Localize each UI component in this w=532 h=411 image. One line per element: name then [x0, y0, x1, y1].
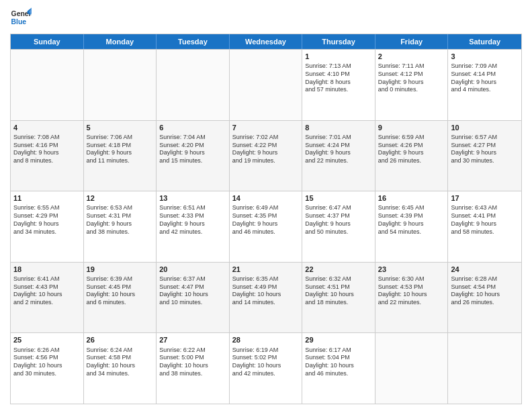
day-info: Sunset: 4:37 PM	[305, 212, 372, 220]
day-info: Sunset: 4:16 PM	[13, 142, 81, 150]
calendar-row-1: 4Sunrise: 7:08 AMSunset: 4:16 PMDaylight…	[11, 120, 521, 191]
day-number: 13	[159, 193, 226, 203]
day-info: Sunset: 4:54 PM	[451, 283, 519, 291]
day-number: 5	[87, 123, 154, 132]
svg-text:Blue: Blue	[11, 18, 27, 26]
day-info: Daylight: 9 hours	[159, 220, 226, 228]
weekday-header-tuesday: Tuesday	[157, 34, 230, 49]
weekday-header-thursday: Thursday	[302, 34, 375, 49]
calendar-cell: 9Sunrise: 6:59 AMSunset: 4:26 PMDaylight…	[375, 121, 449, 191]
day-info: Sunrise: 6:28 AM	[451, 275, 519, 283]
day-info: Sunrise: 7:11 AM	[378, 62, 445, 71]
calendar-cell: 18Sunrise: 6:41 AMSunset: 4:43 PMDayligh…	[11, 263, 84, 333]
day-info: and 6 minutes.	[87, 299, 154, 307]
calendar-cell: 5Sunrise: 7:06 AMSunset: 4:18 PMDaylight…	[84, 121, 157, 191]
logo-icon: General Blue	[10, 7, 32, 28]
day-info: Sunrise: 6:49 AM	[232, 204, 300, 212]
day-info: and 38 minutes.	[87, 228, 154, 236]
day-info: Sunrise: 6:45 AM	[378, 204, 445, 212]
calendar-cell: 2Sunrise: 7:11 AMSunset: 4:12 PMDaylight…	[375, 50, 449, 120]
calendar-cell: 8Sunrise: 7:01 AMSunset: 4:24 PMDaylight…	[302, 121, 375, 191]
day-info: Sunrise: 6:17 AM	[305, 347, 372, 355]
day-info: and 22 minutes.	[378, 299, 445, 307]
calendar-cell	[230, 50, 303, 120]
day-info: and 8 minutes.	[13, 157, 81, 165]
day-number: 1	[305, 52, 372, 61]
day-info: and 50 minutes.	[305, 228, 372, 236]
day-info: Daylight: 10 hours	[451, 291, 519, 299]
day-info: Sunrise: 6:51 AM	[159, 204, 226, 212]
day-info: Sunrise: 7:08 AM	[13, 134, 81, 142]
day-info: Daylight: 9 hours	[378, 79, 445, 87]
day-number: 25	[13, 335, 81, 345]
day-info: Sunset: 4:51 PM	[305, 283, 372, 291]
calendar-body: 1Sunrise: 7:13 AMSunset: 4:10 PMDaylight…	[11, 49, 521, 404]
calendar-cell: 23Sunrise: 6:30 AMSunset: 4:53 PMDayligh…	[375, 263, 449, 333]
calendar-cell: 16Sunrise: 6:45 AMSunset: 4:39 PMDayligh…	[375, 191, 449, 262]
calendar-row-4: 25Sunrise: 6:26 AMSunset: 4:56 PMDayligh…	[11, 332, 521, 404]
day-number: 29	[305, 335, 372, 345]
day-info: and 42 minutes.	[232, 370, 300, 378]
day-info: Daylight: 10 hours	[305, 362, 372, 370]
day-info: Sunset: 4:10 PM	[305, 71, 372, 79]
day-info: Sunset: 4:14 PM	[451, 71, 519, 79]
day-info: and 54 minutes.	[378, 228, 445, 236]
day-number: 3	[451, 52, 519, 61]
day-number: 19	[87, 265, 154, 274]
calendar-cell: 17Sunrise: 6:43 AMSunset: 4:41 PMDayligh…	[448, 191, 521, 262]
day-info: Sunset: 4:39 PM	[378, 212, 445, 220]
day-info: and 30 minutes.	[451, 157, 519, 165]
day-info: Sunrise: 6:57 AM	[451, 134, 519, 142]
calendar-cell: 13Sunrise: 6:51 AMSunset: 4:33 PMDayligh…	[157, 191, 230, 262]
day-info: Daylight: 9 hours	[378, 220, 445, 228]
day-info: Sunrise: 7:04 AM	[159, 134, 226, 142]
calendar-cell: 12Sunrise: 6:53 AMSunset: 4:31 PMDayligh…	[84, 191, 157, 262]
day-info: Daylight: 9 hours	[232, 149, 300, 157]
day-info: and 10 minutes.	[159, 299, 226, 307]
day-info: Sunrise: 6:22 AM	[159, 347, 226, 355]
day-number: 16	[378, 193, 445, 203]
day-info: Sunrise: 6:39 AM	[87, 275, 154, 283]
day-number: 7	[232, 123, 300, 132]
calendar-cell	[448, 333, 521, 404]
day-info: Daylight: 10 hours	[87, 291, 154, 299]
day-info: Sunrise: 6:43 AM	[451, 204, 519, 212]
day-info: and 15 minutes.	[159, 157, 226, 165]
day-info: Sunrise: 6:24 AM	[87, 347, 154, 355]
day-number: 8	[305, 123, 372, 132]
calendar-row-2: 11Sunrise: 6:55 AMSunset: 4:29 PMDayligh…	[11, 191, 521, 262]
calendar-cell	[11, 50, 84, 120]
day-info: Sunset: 5:00 PM	[159, 354, 226, 362]
day-info: and 34 minutes.	[87, 370, 154, 378]
day-number: 21	[232, 265, 300, 274]
day-info: and 2 minutes.	[13, 299, 81, 307]
day-info: Sunset: 4:24 PM	[305, 142, 372, 150]
day-info: and 19 minutes.	[232, 157, 300, 165]
calendar-cell: 11Sunrise: 6:55 AMSunset: 4:29 PMDayligh…	[11, 191, 84, 262]
calendar-cell: 19Sunrise: 6:39 AMSunset: 4:45 PMDayligh…	[84, 263, 157, 333]
day-info: and 26 minutes.	[451, 299, 519, 307]
day-number: 28	[232, 335, 300, 345]
day-number: 15	[305, 193, 372, 203]
day-number: 4	[13, 123, 81, 132]
day-info: Sunrise: 6:59 AM	[378, 134, 445, 142]
day-info: Sunset: 4:31 PM	[87, 212, 154, 220]
day-info: Sunset: 4:35 PM	[232, 212, 300, 220]
day-info: and 46 minutes.	[305, 370, 372, 378]
day-info: and 18 minutes.	[305, 299, 372, 307]
day-info: and 34 minutes.	[13, 228, 81, 236]
day-info: Sunrise: 6:30 AM	[378, 275, 445, 283]
day-info: Daylight: 9 hours	[451, 220, 519, 228]
day-info: and 14 minutes.	[232, 299, 300, 307]
day-info: Sunset: 4:26 PM	[378, 142, 445, 150]
day-info: Sunset: 4:53 PM	[378, 283, 445, 291]
calendar: SundayMondayTuesdayWednesdayThursdayFrid…	[10, 34, 522, 404]
day-info: Daylight: 10 hours	[159, 362, 226, 370]
day-number: 2	[378, 52, 445, 61]
day-number: 22	[305, 265, 372, 274]
day-info: Daylight: 10 hours	[232, 291, 300, 299]
day-number: 20	[159, 265, 226, 274]
day-info: Sunset: 4:33 PM	[159, 212, 226, 220]
day-info: and 0 minutes.	[378, 86, 445, 94]
day-info: Daylight: 9 hours	[305, 149, 372, 157]
